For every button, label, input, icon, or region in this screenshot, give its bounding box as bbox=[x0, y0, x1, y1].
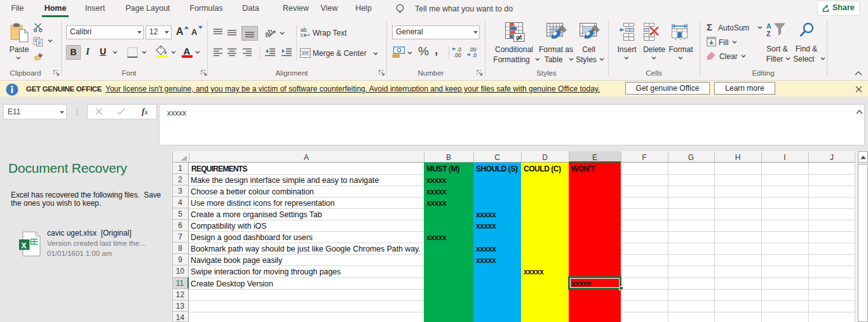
svg-text:A: A bbox=[766, 22, 771, 30]
svg-text:X: X bbox=[21, 241, 27, 250]
svg-text:.0: .0 bbox=[472, 52, 477, 57]
svg-text:Z: Z bbox=[766, 30, 771, 37]
svg-text:.00: .00 bbox=[454, 52, 461, 57]
